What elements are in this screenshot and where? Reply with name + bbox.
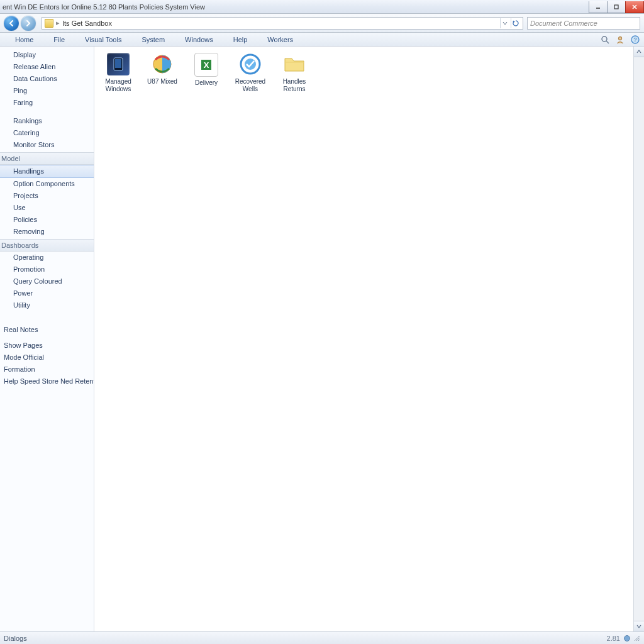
resize-grip-icon[interactable]	[634, 635, 640, 641]
search-input[interactable]: Document Commerce	[527, 17, 640, 30]
forward-button[interactable]	[21, 16, 36, 31]
device-icon	[107, 53, 130, 75]
generic-icon	[4, 168, 11, 175]
generic-icon	[4, 254, 11, 262]
sidebar-item-show-pages[interactable]: Show Pages	[0, 340, 94, 352]
breadcrumb-caret-icon: ▸	[56, 19, 60, 27]
svg-rect-8	[115, 59, 121, 68]
menu-help[interactable]: Help	[223, 33, 258, 46]
icons-row: Managed Windows U87 Mixed X Delivery	[101, 53, 638, 93]
sidebar-item-operating[interactable]: Operating	[0, 252, 94, 264]
folder-icon	[45, 19, 53, 28]
nav-bar: ▸ Its Get Sandbox Document Commerce	[0, 14, 644, 33]
content-icon-managed-windows[interactable]: Managed Windows	[101, 53, 136, 93]
generic-icon	[4, 87, 11, 95]
help-icon[interactable]: ?	[630, 35, 640, 45]
generic-icon	[4, 228, 11, 236]
sidebar-item-catering[interactable]: Catering	[0, 127, 94, 139]
sidebar-item-policies[interactable]: Policies	[0, 214, 94, 226]
breadcrumb[interactable]: ▸ Its Get Sandbox	[42, 17, 523, 30]
menu-home[interactable]: Home	[5, 33, 43, 46]
close-icon	[631, 4, 638, 10]
generic-icon	[4, 118, 11, 125]
generic-icon	[4, 75, 11, 83]
shield-icon	[239, 53, 262, 75]
sidebar-item-real-notes[interactable]: Real Notes	[0, 324, 94, 336]
search-placeholder: Document Commerce	[530, 19, 597, 27]
window-title: ent Win DE Entors Ior Online 5.12 80 Pla…	[3, 3, 205, 11]
sidebar-item-monitor-stors[interactable]: Monitor Stors	[0, 139, 94, 151]
user-icon[interactable]	[615, 35, 625, 45]
sidebar-item-promotion[interactable]: Promotion	[0, 264, 94, 275]
sidebar-item-formation[interactable]: Formation	[0, 364, 94, 375]
menu-workers[interactable]: Workers	[257, 33, 303, 46]
sidebar-item-mode-official[interactable]: Mode Official	[0, 352, 94, 364]
sidebar-item-data-cautions[interactable]: Data Cautions	[0, 73, 94, 85]
close-button[interactable]	[625, 1, 644, 13]
sidebar-item-ping[interactable]: Ping	[0, 85, 94, 97]
sidebar-item-release-alien[interactable]: Release Alien	[0, 61, 94, 73]
generic-icon	[4, 99, 11, 107]
content-icon-delivery[interactable]: X Delivery	[189, 53, 224, 93]
sidebar: Display Release Alien Data Cautions Ping…	[0, 47, 94, 631]
menu-windows[interactable]: Windows	[175, 33, 223, 46]
sidebar-header-dashboards: Dashboards	[0, 239, 94, 252]
generic-icon	[4, 130, 11, 137]
sidebar-item-utility[interactable]: Utility	[0, 299, 94, 311]
generic-icon	[4, 290, 11, 297]
breadcrumb-dropdown-icon[interactable]	[500, 18, 509, 28]
search-icon[interactable]	[600, 35, 610, 45]
back-button[interactable]	[4, 16, 19, 31]
globe-icon	[151, 53, 174, 75]
sidebar-item-option-components[interactable]: Option Components	[0, 178, 94, 190]
maximize-icon	[613, 4, 619, 10]
generic-icon	[4, 192, 11, 200]
sidebar-item-faring[interactable]: Faring	[0, 97, 94, 109]
content-icon-handles-returns[interactable]: Handles Returns	[277, 53, 312, 93]
generic-icon	[4, 302, 11, 309]
breadcrumb-text: Its Get Sandbox	[62, 19, 112, 27]
menu-system[interactable]: System	[131, 33, 175, 46]
content-icon-recovered-wells[interactable]: Recovered Wells	[233, 53, 268, 93]
sidebar-item-query-coloured[interactable]: Query Coloured	[0, 275, 94, 287]
refresh-button[interactable]	[511, 18, 520, 28]
generic-icon	[4, 180, 11, 188]
spreadsheet-icon: X	[194, 53, 218, 77]
sidebar-item-handlings[interactable]: Handlings	[0, 165, 94, 178]
status-right: 2.81	[607, 635, 640, 642]
menu-visual-tools[interactable]: Visual Tools	[75, 33, 131, 46]
forward-arrow-icon	[25, 19, 32, 27]
svg-text:X: X	[204, 60, 209, 70]
scroll-up-icon[interactable]	[634, 47, 644, 57]
vertical-scrollbar[interactable]	[633, 47, 644, 631]
sidebar-item-use[interactable]: Use	[0, 202, 94, 214]
generic-icon	[4, 216, 11, 224]
sidebar-header-model: Model	[0, 152, 94, 165]
back-arrow-icon	[8, 19, 15, 27]
main-area: Display Release Alien Data Cautions Ping…	[0, 47, 644, 631]
menu-file[interactable]: File	[43, 33, 75, 46]
folder-icon	[283, 53, 306, 75]
svg-point-2	[602, 36, 607, 42]
menu-bar: Home File Visual Tools System Windows He…	[0, 33, 644, 47]
sidebar-item-removing[interactable]: Removing	[0, 226, 94, 238]
sidebar-item-display[interactable]: Display	[0, 49, 94, 61]
status-value: 2.81	[607, 635, 620, 642]
sidebar-item-help-speed[interactable]: Help Speed Store Ned Retention	[0, 375, 94, 387]
generic-icon	[4, 266, 11, 274]
minimize-icon	[595, 4, 601, 10]
sidebar-item-power[interactable]: Power	[0, 287, 94, 299]
generic-icon	[4, 64, 11, 71]
maximize-button[interactable]	[607, 1, 626, 13]
generic-icon	[4, 142, 11, 149]
sidebar-item-projects[interactable]: Projects	[0, 190, 94, 202]
svg-line-3	[606, 41, 609, 43]
sidebar-item-rankings[interactable]: Rankings	[0, 115, 94, 127]
content-icon-u87-mixed[interactable]: U87 Mixed	[145, 53, 180, 93]
minimize-button[interactable]	[589, 1, 608, 13]
generic-icon	[4, 52, 11, 59]
scroll-down-icon[interactable]	[634, 621, 644, 631]
svg-point-4	[619, 36, 622, 40]
title-bar: ent Win DE Entors Ior Online 5.12 80 Pla…	[0, 0, 644, 14]
status-bar: Dialogs 2.81	[0, 631, 644, 644]
